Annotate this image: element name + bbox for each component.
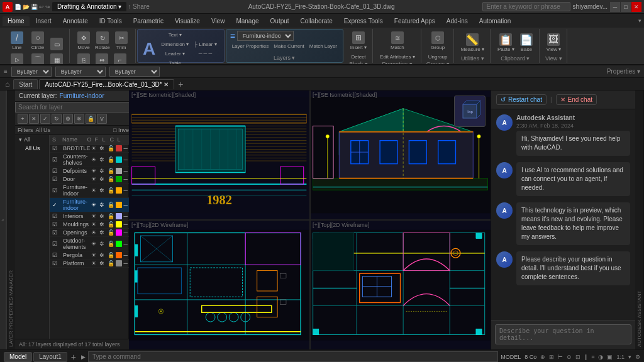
list-item[interactable]: ☑Mouldings☀✲🔓─: [50, 221, 135, 229]
base-button[interactable]: 📄Base: [518, 32, 535, 53]
selection-icon[interactable]: ▣: [607, 354, 613, 360]
tab-manage[interactable]: Manage: [231, 16, 264, 26]
list-item[interactable]: ☑Platform☀✲🔓─: [50, 260, 135, 268]
leader-button[interactable]: Leader ▾: [159, 50, 191, 58]
lineweight-icon[interactable]: ≡: [591, 354, 594, 360]
restart-chat-button[interactable]: ↺ Restart chat: [496, 94, 547, 105]
tab-add-ins[interactable]: Add-ins: [441, 16, 473, 26]
layout1-tab[interactable]: Layout1: [33, 352, 67, 362]
properties-toggle[interactable]: ≡: [4, 68, 8, 75]
tab-start[interactable]: Start: [13, 79, 38, 89]
tree-all-used[interactable]: All Us: [15, 144, 49, 153]
table-button[interactable]: Table: [159, 59, 191, 64]
qa-redo[interactable]: ↪: [45, 4, 50, 10]
tab-featured-apps[interactable]: Featured Apps: [389, 16, 440, 26]
angular-button[interactable]: ─ ─ ─: [192, 50, 218, 58]
viewport-top-left[interactable]: [+][SE Isometric][Shaded]: [129, 90, 309, 220]
properties-expand[interactable]: Properties ▾: [607, 68, 640, 75]
layer-properties-button[interactable]: Layer Properties: [230, 42, 271, 50]
viewport[interactable]: [+][SE Isometric][Shaded]: [129, 90, 491, 349]
annotation-scale[interactable]: 1:1: [616, 354, 625, 360]
fillet-button[interactable]: ⌐Fillet: [111, 52, 129, 64]
viewport-bottom-right[interactable]: [+][Top][2D Wireframe]: [310, 221, 491, 350]
tab-automation[interactable]: Automation: [474, 16, 516, 26]
tab-parametric[interactable]: Parametric: [128, 16, 169, 26]
mirror-button[interactable]: ⇔Mirror: [93, 52, 111, 64]
list-item[interactable]: ☑Interiors☀✲🔓─: [50, 212, 135, 221]
insert-button[interactable]: ⊞Insert ▾: [348, 30, 369, 52]
tab-output[interactable]: Output: [265, 16, 294, 26]
lineweight-select[interactable]: ByLayer: [109, 67, 160, 77]
ungroup-button[interactable]: Ungroup: [426, 53, 450, 61]
otrack-icon[interactable]: ∥: [584, 354, 587, 360]
settings-button[interactable]: ⚙: [63, 114, 73, 124]
viewport-scale[interactable]: ▾: [628, 354, 631, 360]
edit-attr-button[interactable]: Edit Attributes ▾: [378, 53, 417, 61]
list-item[interactable]: ✓Furniture-indoor☀✲🔓─: [50, 198, 135, 212]
lock-button[interactable]: 🔒: [86, 114, 96, 124]
text-button[interactable]: Text ▾: [159, 31, 191, 39]
make-current-button[interactable]: Make Current: [272, 42, 306, 50]
layout-add-button[interactable]: +: [69, 352, 79, 362]
end-chat-button[interactable]: ✕ End chat: [556, 94, 597, 105]
tab-insert[interactable]: Insert: [31, 16, 57, 26]
chat-input[interactable]: [495, 324, 631, 344]
layer-search-input[interactable]: [15, 102, 135, 112]
share-button[interactable]: ↑ Share: [128, 3, 149, 10]
detect-button[interactable]: Detect: [349, 53, 367, 61]
tab-collaborate[interactable]: Collaborate: [296, 16, 338, 26]
list-item[interactable]: ☑Counters-shelves☀✲🔓─: [50, 153, 135, 167]
match-layer-button[interactable]: Match Layer: [308, 42, 339, 50]
layer-select[interactable]: Furniture-indoor: [237, 31, 294, 41]
qa-undo[interactable]: ↩: [39, 4, 44, 10]
linear-button[interactable]: ├ Linear ▾: [192, 40, 218, 48]
ortho-icon[interactable]: ⊢: [558, 354, 563, 360]
tab-visualize[interactable]: Visualize: [170, 16, 205, 26]
tab-annotate[interactable]: Annotate: [58, 16, 93, 26]
tree-all[interactable]: ▾ All: [15, 135, 49, 144]
osnap-icon[interactable]: ⊡: [575, 354, 580, 360]
hatch-button[interactable]: ▦: [48, 52, 65, 64]
move-button[interactable]: ✥Move: [75, 30, 92, 52]
view-button[interactable]: 🖼View ▾: [545, 32, 563, 53]
qa-new[interactable]: 📄: [14, 4, 21, 10]
delete-layer-button[interactable]: ✕: [29, 114, 39, 124]
navigation-cube[interactable]: Top: [454, 96, 486, 127]
tab-drawing[interactable]: AutoCAD-FY25_Fire...Book-Cafe_01_3D* ✕: [39, 79, 174, 89]
list-item[interactable]: ☑Openings☀✲🔓─: [50, 229, 135, 237]
search-input[interactable]: [482, 2, 570, 11]
custom-model-icon[interactable]: ⚙: [635, 354, 640, 360]
list-item[interactable]: ☑Furniture-indoor☀✲🔓─: [50, 184, 135, 198]
group-button[interactable]: ⬡Group: [429, 30, 447, 52]
match-button[interactable]: ≋Match: [389, 30, 406, 52]
trim-button[interactable]: ✂Trim: [113, 30, 130, 52]
rotate-button[interactable]: ↻Rotate: [93, 30, 112, 52]
circle-button[interactable]: ○ Circle: [29, 30, 47, 52]
transparency-icon[interactable]: ◑: [598, 354, 603, 360]
viewport-bottom-left[interactable]: [+][Top][2D Wireframe]: [129, 221, 309, 350]
command-input[interactable]: [88, 351, 498, 362]
dimension-button[interactable]: Dimension ▾: [159, 40, 191, 48]
arc-button[interactable]: ⌒ Arc: [29, 52, 47, 64]
vertical-splitter[interactable]: [309, 90, 311, 349]
drafting-annotation-tab[interactable]: Drafting & Annotation ▾: [52, 2, 126, 11]
qa-open[interactable]: 📂: [23, 4, 30, 10]
linetype-select[interactable]: ByLayer: [55, 67, 106, 77]
viewport-freeze-button[interactable]: V: [97, 114, 107, 124]
minimize-button[interactable]: ─: [610, 2, 620, 12]
left-panel-collapse[interactable]: «: [0, 90, 6, 349]
color-select[interactable]: ByLayer: [11, 67, 52, 77]
polyline-button[interactable]: ▷ Polyline: [6, 52, 28, 64]
list-item[interactable]: ☑BRDTITLE☀✲🔓─: [50, 145, 135, 153]
list-item[interactable]: ☑Defpoints☀✲🔓─: [50, 167, 135, 175]
tab-add-button[interactable]: +: [175, 79, 186, 89]
tab-view[interactable]: View: [206, 16, 230, 26]
list-item[interactable]: ☑Pergola☀✲🔓─: [50, 251, 135, 260]
maximize-button[interactable]: □: [621, 2, 631, 12]
refresh-button[interactable]: ↻: [52, 114, 62, 124]
tab-home[interactable]: Home: [3, 16, 30, 26]
tab-express-tools[interactable]: Express Tools: [339, 16, 388, 26]
tab-id-tools[interactable]: ID Tools: [94, 16, 127, 26]
close-button[interactable]: ✕: [631, 2, 641, 12]
rect-button[interactable]: ▭: [48, 36, 65, 52]
